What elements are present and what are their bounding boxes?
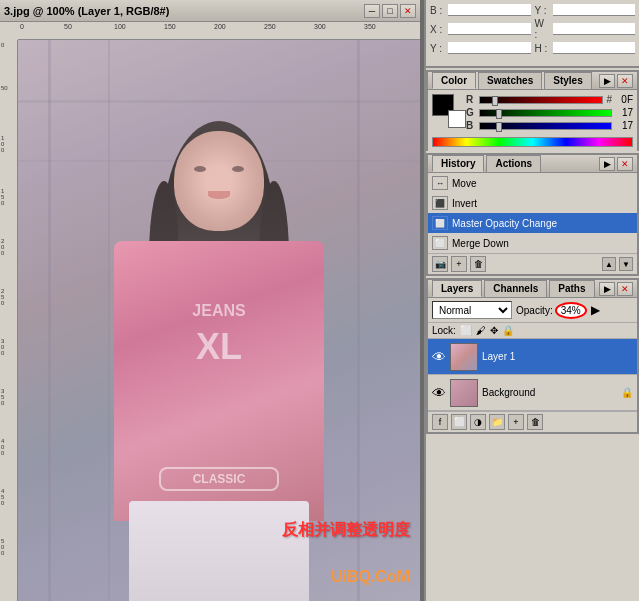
color-panel-close[interactable]: ✕ xyxy=(617,74,633,88)
red-slider[interactable] xyxy=(479,96,603,104)
ruler-mark-50: 50 xyxy=(64,23,72,30)
color-panel-menu[interactable]: ▶ xyxy=(599,74,615,88)
h-label: H : xyxy=(535,43,549,54)
layer-adjustment-btn[interactable]: ◑ xyxy=(470,414,486,430)
blend-opacity-row: Normal Opacity: 34% ▶ xyxy=(428,298,637,323)
layer-row-bg[interactable]: 👁 Background 🔒 xyxy=(428,375,637,411)
tab-color[interactable]: Color xyxy=(432,72,476,89)
layers-toolbar: f ⬜ ◑ 📁 + 🗑 xyxy=(428,411,637,432)
shirt-text-classic: CLASSIC xyxy=(159,467,279,491)
history-new-btn[interactable]: + xyxy=(451,256,467,272)
shirt: JEANS XL CLASSIC xyxy=(114,241,324,521)
history-item-invert[interactable]: ⬛ Invert xyxy=(428,193,637,213)
blend-mode-select[interactable]: Normal xyxy=(432,301,512,319)
layer1-visibility-icon[interactable]: 👁 xyxy=(432,349,446,365)
tab-paths[interactable]: Paths xyxy=(549,280,594,297)
tab-history[interactable]: History xyxy=(432,155,484,172)
color-panel: Color Swatches Styles ▶ ✕ R xyxy=(426,70,639,151)
layers-panel-close[interactable]: ✕ xyxy=(617,282,633,296)
history-delete-btn[interactable]: 🗑 xyxy=(470,256,486,272)
history-toolbar: 📷 + 🗑 ▲ ▼ xyxy=(428,253,637,274)
layer1-thumbnail xyxy=(450,343,478,371)
ruler-mark-300: 300 xyxy=(314,23,326,30)
opacity-label: Opacity: xyxy=(516,305,553,316)
history-scroll-down[interactable]: ▼ xyxy=(619,257,633,271)
mouth xyxy=(208,191,230,199)
channel-sliders: R # 0F G 17 B xyxy=(466,94,633,133)
layer-delete-btn[interactable]: 🗑 xyxy=(527,414,543,430)
history-tabs: History Actions xyxy=(432,155,541,172)
history-snapshot-btn[interactable]: 📷 xyxy=(432,256,448,272)
info-panel: B : Y : X : W : Y : H : xyxy=(426,0,639,68)
bg-layer-visibility-icon[interactable]: 👁 xyxy=(432,385,446,401)
lock-row: Lock: ⬜ 🖌 ✥ 🔒 xyxy=(428,323,637,339)
ruler-left-100: 100 xyxy=(1,135,4,153)
green-slider[interactable] xyxy=(479,109,612,117)
history-invert-label: Invert xyxy=(452,198,477,209)
layers-panel-titlebar: Layers Channels Paths ▶ ✕ xyxy=(428,280,637,298)
opacity-arrow[interactable]: ▶ xyxy=(591,303,600,317)
tab-styles[interactable]: Styles xyxy=(544,72,591,89)
shirt-text-jeans: JEANS xyxy=(154,301,284,322)
canvas-titlebar: 3.jpg @ 100% (Layer 1, RGB/8#) ─ □ ✕ xyxy=(0,0,420,22)
layer-new-btn[interactable]: + xyxy=(508,414,524,430)
ruler-mark-250: 250 xyxy=(264,23,276,30)
background-swatch[interactable] xyxy=(448,110,466,128)
close-button[interactable]: ✕ xyxy=(400,4,416,18)
ruler-left-350: 350 xyxy=(1,388,4,406)
color-panel-body: R # 0F G 17 B xyxy=(428,90,637,151)
y2-label: Y : xyxy=(430,43,444,54)
r-value: 0F xyxy=(615,94,633,105)
y-label: Y : xyxy=(535,5,549,16)
lock-icon-move[interactable]: ✥ xyxy=(490,325,498,336)
layer-style-btn[interactable]: f xyxy=(432,414,448,430)
maximize-button[interactable]: □ xyxy=(382,4,398,18)
lock-icon-paint[interactable]: 🖌 xyxy=(476,325,486,336)
layers-panel: Layers Channels Paths ▶ ✕ Normal Opacity… xyxy=(426,278,639,434)
r-label: R xyxy=(466,94,476,105)
history-list: ↔ Move ⬛ Invert ⬜ Master Opacity Change … xyxy=(428,173,637,253)
history-panel-close[interactable]: ✕ xyxy=(617,157,633,171)
lock-icon-transparent[interactable]: ⬜ xyxy=(460,325,472,336)
ruler-left-0: 0 xyxy=(1,42,4,48)
structure-v1 xyxy=(48,40,51,601)
history-item-move[interactable]: ↔ Move xyxy=(428,173,637,193)
history-scroll-up[interactable]: ▲ xyxy=(602,257,616,271)
w-label: W : xyxy=(535,18,549,40)
opacity-history-icon: ⬜ xyxy=(432,216,448,230)
g-value: 17 xyxy=(615,107,633,118)
ruler-left: 0 50 100 150 200 250 300 350 400 450 500 xyxy=(0,40,18,601)
canvas-image: JEANS XL CLASSIC 反相并调整透明度 UiBQ.CoM xyxy=(18,40,420,601)
tab-layers[interactable]: Layers xyxy=(432,280,482,297)
ruler-left-150: 150 xyxy=(1,188,4,206)
b-value-color: 17 xyxy=(615,120,633,131)
history-item-merge[interactable]: ⬜ Merge Down xyxy=(428,233,637,253)
bg-layer-name: Background xyxy=(482,387,617,398)
tab-actions[interactable]: Actions xyxy=(486,155,541,172)
ruler-top: 0 50 100 150 200 250 300 350 xyxy=(18,22,420,40)
fg-bg-swatch[interactable] xyxy=(432,94,460,122)
layers-panel-menu[interactable]: ▶ xyxy=(599,282,615,296)
spectrum-bar[interactable] xyxy=(432,137,633,147)
canvas-area: 3.jpg @ 100% (Layer 1, RGB/8#) ─ □ ✕ 0 5… xyxy=(0,0,420,601)
layer-mask-btn[interactable]: ⬜ xyxy=(451,414,467,430)
layer-row-1[interactable]: 👁 Layer 1 xyxy=(428,339,637,375)
bg-layer-thumbnail xyxy=(450,379,478,407)
history-item-opacity[interactable]: ⬜ Master Opacity Change xyxy=(428,213,637,233)
shirt-text-xl: XL xyxy=(154,324,284,371)
ruler-mark-200: 200 xyxy=(214,23,226,30)
layers-tabs: Layers Channels Paths xyxy=(432,280,595,297)
blue-slider[interactable] xyxy=(479,122,612,130)
history-panel-menu[interactable]: ▶ xyxy=(599,157,615,171)
ruler-left-50: 50 xyxy=(1,85,8,91)
minimize-button[interactable]: ─ xyxy=(364,4,380,18)
tab-channels[interactable]: Channels xyxy=(484,280,547,297)
left-eye xyxy=(194,166,206,172)
lock-icon-all[interactable]: 🔒 xyxy=(502,325,514,336)
tab-swatches[interactable]: Swatches xyxy=(478,72,542,89)
opacity-row: Opacity: 34% ▶ xyxy=(516,302,600,319)
ruler-left-250: 250 xyxy=(1,288,4,306)
green-channel: G 17 xyxy=(466,107,633,118)
layer-group-btn[interactable]: 📁 xyxy=(489,414,505,430)
opacity-value[interactable]: 34% xyxy=(555,302,587,319)
